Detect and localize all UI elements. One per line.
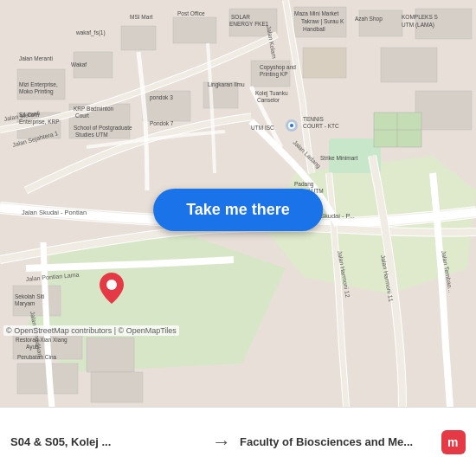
svg-point-78 <box>106 280 117 290</box>
svg-text:UTM (LAMA): UTM (LAMA) <box>402 22 434 29</box>
svg-text:m: m <box>447 435 458 449</box>
svg-text:Mizi Enterprise,: Mizi Enterprise, <box>19 81 58 88</box>
route-from-label: S04 & S05, Kolej ... <box>10 435 203 448</box>
svg-text:Pondok 7: Pondok 7 <box>150 120 174 126</box>
svg-text:SJ Com: SJ Com <box>19 112 39 118</box>
current-location-indicator <box>286 119 298 132</box>
destination-marker <box>100 273 124 307</box>
map-container: Jalan Skudai - Pontian Jalan Skudai - P.… <box>0 0 476 407</box>
svg-text:pondok 3: pondok 3 <box>150 94 173 101</box>
moovit-logo: m <box>441 430 466 454</box>
svg-text:Jalan Meranti: Jalan Meranti <box>19 55 53 61</box>
svg-text:Court: Court <box>75 113 89 119</box>
svg-rect-6 <box>121 26 156 50</box>
moovit-icon: m <box>441 430 466 454</box>
svg-text:SOLAR: SOLAR <box>231 14 250 20</box>
take-me-there-button[interactable]: Take me there <box>153 189 323 231</box>
svg-rect-22 <box>91 372 143 402</box>
route-arrow-icon: → <box>212 431 231 453</box>
svg-text:TENNIS: TENNIS <box>303 116 325 122</box>
svg-text:UTM ISC: UTM ISC <box>251 125 274 131</box>
svg-text:Handball: Handball <box>303 26 325 32</box>
svg-text:KRP Badminton: KRP Badminton <box>74 106 114 112</box>
svg-rect-17 <box>415 91 472 130</box>
svg-text:Lingkaran Ilmu: Lingkaran Ilmu <box>208 81 245 88</box>
map-attribution: © OpenStreetMap contributors | © OpenMap… <box>3 325 179 336</box>
svg-text:Sekolah Siti: Sekolah Siti <box>15 293 44 299</box>
svg-text:Takraw | Surau K: Takraw | Surau K <box>301 18 344 25</box>
svg-text:Padang: Padang <box>294 181 314 188</box>
svg-text:Kolej Tuanku: Kolej Tuanku <box>255 90 288 97</box>
svg-text:Perubatan Cina: Perubatan Cina <box>17 354 57 360</box>
route-from: S04 & S05, Kolej ... <box>10 435 203 448</box>
svg-rect-16 <box>381 48 437 82</box>
svg-text:Moko Printing: Moko Printing <box>19 88 54 95</box>
svg-text:Printing KP: Printing KP <box>260 71 288 78</box>
svg-rect-10 <box>359 10 402 36</box>
svg-text:Ayub: Ayub <box>26 344 39 351</box>
route-to-label: Faculty of Biosciences and Me... <box>240 435 433 448</box>
svg-text:School of Postgraduate: School of Postgraduate <box>74 125 132 132</box>
svg-text:MSI Mart: MSI Mart <box>130 14 153 20</box>
svg-text:Copyshop and: Copyshop and <box>260 64 296 71</box>
svg-text:Maza Mini Market: Maza Mini Market <box>294 10 338 16</box>
svg-text:Canselor: Canselor <box>257 97 280 103</box>
svg-rect-21 <box>87 338 134 372</box>
svg-text:wakaf_fs(1): wakaf_fs(1) <box>75 29 106 36</box>
svg-text:Wakaf: Wakaf <box>71 61 87 68</box>
svg-text:KOMPLEKS S: KOMPLEKS S <box>402 14 439 20</box>
svg-rect-23 <box>303 48 346 78</box>
svg-text:Restoran Xian Xiang: Restoran Xian Xiang <box>16 337 68 344</box>
svg-text:Enterprise, KRP: Enterprise, KRP <box>19 119 60 125</box>
svg-text:Jalan Skudai - Pontian: Jalan Skudai - Pontian <box>22 209 87 216</box>
bottom-bar: S04 & S05, Kolej ... → Faculty of Biosci… <box>0 407 476 476</box>
svg-text:Azah Shop: Azah Shop <box>355 16 383 23</box>
svg-text:Studies UTM: Studies UTM <box>75 132 108 138</box>
svg-text:Maryam: Maryam <box>15 300 35 307</box>
route-to: Faculty of Biosciences and Me... <box>240 435 433 448</box>
svg-text:ENERGY FKE1: ENERGY FKE1 <box>229 21 269 27</box>
svg-text:Strike Minimart: Strike Minimart <box>320 155 358 161</box>
svg-text:Post Office: Post Office <box>177 10 205 16</box>
svg-rect-7 <box>173 17 216 43</box>
svg-text:COURT - KTC: COURT - KTC <box>303 123 339 129</box>
